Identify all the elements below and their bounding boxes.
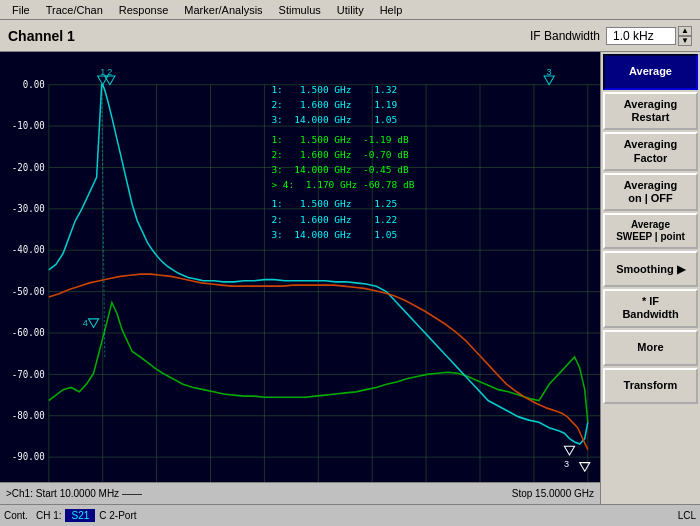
btn-averaging-factor[interactable]: Averaging Factor xyxy=(603,132,698,170)
if-bw-arrows: ▲ ▼ xyxy=(678,26,692,46)
status-cont: Cont. xyxy=(4,510,28,521)
menu-marker-analysis[interactable]: Marker/Analysis xyxy=(176,3,270,17)
channel-title: Channel 1 xyxy=(8,28,530,44)
chart-area: Tr 1 S11 SWR 0.100U/ 1.00U Tr 4 S22 SWR … xyxy=(0,52,600,504)
if-bw-label: IF Bandwidth xyxy=(530,29,600,43)
chart-stop-label: Stop 15.0000 GHz xyxy=(512,488,594,499)
chart-start-label: >Ch1: Start 10.0000 MHz —— xyxy=(6,488,142,499)
svg-text:3: 3 xyxy=(564,458,569,469)
header-bar: Channel 1 IF Bandwidth ▲ ▼ xyxy=(0,20,700,52)
btn-smoothing[interactable]: Smoothing ▶ xyxy=(603,251,698,287)
btn-transform[interactable]: Transform xyxy=(603,368,698,404)
svg-text:-20.00: -20.00 xyxy=(12,161,45,172)
sidebar: Average Averaging Restart Averaging Fact… xyxy=(600,52,700,504)
svg-text:4: 4 xyxy=(83,317,88,328)
menu-trace-chan[interactable]: Trace/Chan xyxy=(38,3,111,17)
svg-text:1: 1 xyxy=(100,66,105,77)
btn-average-sweep-point[interactable]: Average SWEEP | point xyxy=(603,213,698,249)
svg-text:-70.00: -70.00 xyxy=(12,368,45,379)
menu-response[interactable]: Response xyxy=(111,3,177,17)
marker-data: 1: 1.500 GHz 1.32 2: 1.600 GHz 1.19 3: 1… xyxy=(271,82,414,242)
svg-text:-50.00: -50.00 xyxy=(12,286,45,297)
if-bw-input[interactable] xyxy=(606,27,676,45)
svg-text:0.00: 0.00 xyxy=(23,79,45,90)
svg-text:-40.00: -40.00 xyxy=(12,244,45,255)
btn-averaging-on-off[interactable]: Averaging on | OFF xyxy=(603,173,698,211)
btn-more[interactable]: More xyxy=(603,330,698,366)
status-s21: S21 xyxy=(65,509,95,522)
btn-average[interactable]: Average xyxy=(603,54,698,90)
chart-bottom-bar: >Ch1: Start 10.0000 MHz —— Stop 15.0000 … xyxy=(0,482,600,504)
svg-text:-80.00: -80.00 xyxy=(12,410,45,421)
btn-averaging-restart[interactable]: Averaging Restart xyxy=(603,92,698,130)
if-bw-down[interactable]: ▼ xyxy=(678,36,692,46)
menu-file[interactable]: File xyxy=(4,3,38,17)
svg-text:2: 2 xyxy=(107,66,112,77)
svg-text:-10.00: -10.00 xyxy=(12,120,45,131)
btn-if-bandwidth[interactable]: * IFBandwidth xyxy=(603,289,698,327)
menu-help[interactable]: Help xyxy=(372,3,411,17)
svg-text:-60.00: -60.00 xyxy=(12,327,45,338)
svg-text:-30.00: -30.00 xyxy=(12,203,45,214)
status-c2port: C 2-Port xyxy=(99,510,136,521)
menu-stimulus[interactable]: Stimulus xyxy=(271,3,329,17)
menubar: File Trace/Chan Response Marker/Analysis… xyxy=(0,0,700,20)
status-bar: Cont. CH 1: S21 C 2-Port LCL xyxy=(0,504,700,526)
if-bw-up[interactable]: ▲ xyxy=(678,26,692,36)
svg-text:-90.00: -90.00 xyxy=(12,451,45,462)
status-lcl: LCL xyxy=(678,510,696,521)
menu-utility[interactable]: Utility xyxy=(329,3,372,17)
svg-text:3: 3 xyxy=(547,66,552,77)
status-ch: CH 1: xyxy=(36,510,62,521)
